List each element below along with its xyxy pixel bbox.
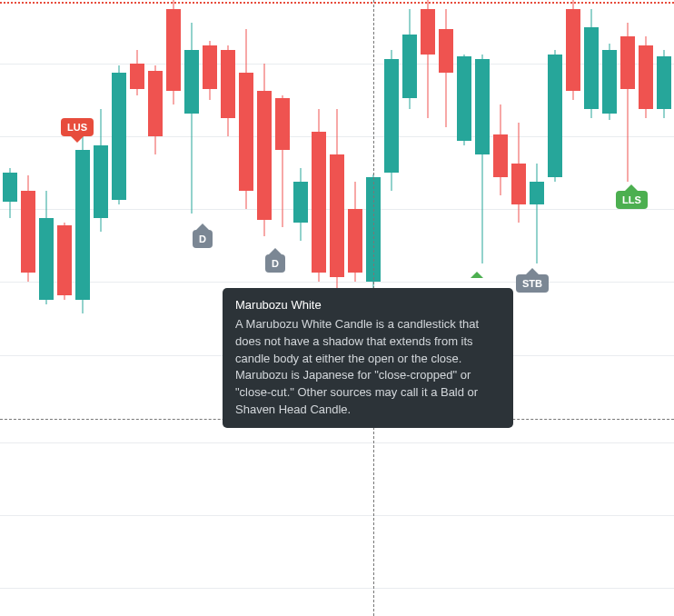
candle-body <box>275 98 290 150</box>
candle-body <box>39 218 54 300</box>
pattern-label-stb[interactable]: STB <box>516 274 549 293</box>
candle-body <box>384 59 399 173</box>
candle-body <box>402 35 417 98</box>
candle-body <box>203 45 217 89</box>
candle-body <box>421 9 435 55</box>
candle-body <box>530 182 544 204</box>
gridline-horizontal <box>0 588 674 589</box>
candle-body <box>257 91 272 220</box>
candle-body <box>457 56 471 141</box>
candle-body <box>239 73 253 191</box>
candle-body <box>75 150 90 300</box>
candle-body <box>639 45 653 109</box>
candle-body <box>602 50 617 114</box>
candle-body <box>312 132 326 273</box>
tooltip-body: A Marubozu White Candle is a candlestick… <box>235 316 501 419</box>
candle-body <box>94 145 108 218</box>
pattern-label-lls[interactable]: LLS <box>616 191 648 209</box>
candle-body <box>330 154 344 277</box>
pattern-label-lus[interactable]: LUS <box>61 118 94 136</box>
candle-wick <box>537 164 538 263</box>
candle-body <box>221 50 235 118</box>
pattern-label-d2[interactable]: D <box>265 254 285 273</box>
candle-body <box>584 27 599 109</box>
candle-body <box>493 134 508 177</box>
candle-body <box>184 50 199 114</box>
candle-body <box>348 209 362 273</box>
gridline-horizontal <box>0 515 674 516</box>
candle-body <box>57 225 72 295</box>
candle-body <box>657 56 671 109</box>
candle-body <box>148 71 163 136</box>
tooltip-title: Marubozu White <box>235 297 501 314</box>
candle-body <box>439 29 453 73</box>
candle-body <box>566 9 580 91</box>
candle-body <box>130 64 144 89</box>
candlestick-chart[interactable]: LUSDDMWSTBLLS Marubozu White A Marubozu … <box>0 0 674 616</box>
candle-body <box>475 59 490 154</box>
candle-body <box>293 182 308 223</box>
candle-body <box>3 173 17 202</box>
candle-body <box>112 73 126 200</box>
gridline-horizontal <box>0 442 674 443</box>
pattern-tooltip: Marubozu White A Marubozu White Candle i… <box>223 288 513 428</box>
candle-body <box>21 191 35 273</box>
candle-body <box>620 36 635 89</box>
candle-body <box>548 55 562 177</box>
pattern-label-d1[interactable]: D <box>193 230 213 248</box>
candle-body <box>166 9 181 91</box>
candle-body <box>511 164 526 204</box>
